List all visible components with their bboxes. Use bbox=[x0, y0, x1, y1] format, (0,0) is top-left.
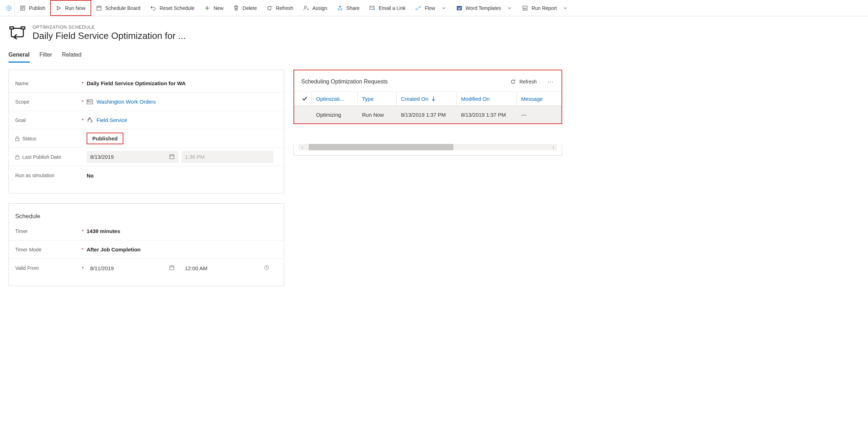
assign-label: Assign bbox=[313, 5, 327, 11]
email-link-button[interactable]: Email a Link bbox=[365, 0, 410, 16]
field-status-label: Status bbox=[15, 136, 79, 141]
field-timer-mode-label: Timer Mode bbox=[15, 247, 79, 252]
col-modified-on[interactable]: Modified On bbox=[457, 92, 517, 105]
required-indicator: * bbox=[79, 99, 87, 105]
schedule-board-label: Schedule Board bbox=[105, 5, 141, 11]
tab-general[interactable]: General bbox=[8, 52, 30, 63]
col-optimization[interactable]: Optimizati... bbox=[312, 92, 358, 105]
field-timer-label: Timer bbox=[15, 228, 79, 234]
subgrid-refresh-button[interactable]: Refresh bbox=[508, 77, 539, 86]
subgrid-more-button[interactable]: ⋯ bbox=[546, 78, 556, 86]
entity-icon bbox=[8, 24, 26, 42]
svg-rect-10 bbox=[11, 28, 23, 37]
field-last-publish-date: Last Publish Date 8/13/2019 1:36 PM bbox=[9, 148, 284, 166]
chevron-right-circle-icon bbox=[6, 5, 12, 11]
scroll-right-arrow[interactable]: › bbox=[550, 144, 557, 150]
publish-label: Publish bbox=[29, 5, 45, 11]
field-timer: Timer * 1439 minutes bbox=[9, 222, 284, 240]
calendar-icon bbox=[169, 265, 175, 271]
last-publish-date-input[interactable]: 8/13/2019 bbox=[87, 151, 179, 163]
required-indicator: * bbox=[79, 265, 87, 271]
expand-commands-button[interactable] bbox=[3, 0, 15, 16]
field-valid-from: Valid From * 8/11/2019 12:00 AM bbox=[9, 259, 284, 277]
select-all-checkbox[interactable] bbox=[298, 92, 312, 105]
publish-icon bbox=[20, 5, 25, 11]
run-report-button[interactable]: Run Report bbox=[517, 0, 573, 16]
subgrid-footer: ‹ › bbox=[293, 144, 562, 156]
flow-button[interactable]: Flow bbox=[410, 0, 452, 16]
col-type[interactable]: Type bbox=[358, 92, 397, 105]
lock-icon bbox=[15, 136, 20, 141]
field-run-sim-value[interactable]: No bbox=[87, 173, 278, 179]
lookup-arrow-icon bbox=[87, 117, 93, 123]
scroll-thumb[interactable] bbox=[309, 144, 453, 150]
schedule-board-button[interactable]: Schedule Board bbox=[91, 0, 146, 16]
record-title: Daily Field Service Optimization for ... bbox=[33, 30, 186, 41]
undo-icon bbox=[150, 5, 156, 11]
scope-link[interactable]: Washington Work Orders bbox=[97, 99, 156, 105]
field-name-label: Name bbox=[15, 81, 79, 86]
word-icon: W bbox=[456, 5, 462, 11]
entity-name: OPTIMIZATION SCHEDULE bbox=[33, 24, 186, 30]
calendar-board-icon bbox=[96, 5, 102, 11]
goal-link[interactable]: Field Service bbox=[97, 117, 127, 123]
scroll-left-arrow[interactable]: ‹ bbox=[299, 144, 306, 150]
field-run-as-simulation: Run as simulation No bbox=[9, 166, 284, 185]
field-last-publish-label: Last Publish Date bbox=[15, 154, 79, 160]
col-created-on[interactable]: Created On bbox=[397, 92, 457, 105]
field-goal-value[interactable]: Field Service bbox=[87, 117, 278, 123]
email-icon bbox=[369, 5, 375, 11]
run-now-button[interactable]: Run Now bbox=[50, 0, 91, 16]
field-valid-from-label: Valid From bbox=[15, 265, 79, 271]
run-now-label: Run Now bbox=[65, 5, 86, 11]
svg-rect-12 bbox=[21, 27, 25, 29]
field-name-value[interactable]: Daily Field Service Optimization for WA bbox=[87, 80, 278, 86]
delete-button[interactable]: Delete bbox=[228, 0, 262, 16]
col-message[interactable]: Message bbox=[517, 92, 549, 105]
svg-rect-2 bbox=[97, 6, 101, 10]
svg-rect-11 bbox=[10, 27, 13, 29]
field-timer-value[interactable]: 1439 minutes bbox=[87, 228, 278, 234]
sort-desc-icon bbox=[431, 96, 436, 101]
word-templates-label: Word Templates bbox=[466, 5, 501, 11]
refresh-button[interactable]: Refresh bbox=[262, 0, 298, 16]
field-scope: Scope * Washington Work Orders bbox=[9, 93, 284, 111]
share-button[interactable]: Share bbox=[332, 0, 365, 16]
last-publish-time-input[interactable]: 1:36 PM bbox=[181, 151, 273, 163]
valid-from-time-input[interactable]: 12:00 AM bbox=[181, 262, 273, 274]
field-timer-mode-value[interactable]: After Job Completion bbox=[87, 246, 278, 252]
chevron-down-icon bbox=[563, 5, 568, 11]
subgrid-table: Optimizati... Type Created On Modified O… bbox=[294, 92, 561, 123]
cell-optimization: Optimizing bbox=[312, 112, 358, 118]
word-templates-button[interactable]: W Word Templates bbox=[452, 0, 518, 16]
calendar-icon bbox=[169, 154, 175, 160]
field-status-value: Published bbox=[87, 133, 278, 144]
run-report-label: Run Report bbox=[531, 5, 557, 11]
field-goal: Goal * Field Service bbox=[9, 111, 284, 129]
tab-filter[interactable]: Filter bbox=[40, 52, 52, 63]
report-icon bbox=[522, 5, 528, 11]
refresh-icon bbox=[267, 5, 272, 11]
subgrid-row[interactable]: Optimizing Run Now 8/13/2019 1:37 PM 8/1… bbox=[294, 106, 561, 123]
delete-label: Delete bbox=[243, 5, 257, 11]
email-link-label: Email a Link bbox=[379, 5, 406, 11]
publish-button[interactable]: Publish bbox=[15, 0, 50, 16]
new-button[interactable]: New bbox=[199, 0, 228, 16]
required-indicator: * bbox=[79, 80, 87, 86]
cell-type: Run Now bbox=[358, 112, 397, 118]
reset-schedule-button[interactable]: Reset Schedule bbox=[145, 0, 199, 16]
plus-icon bbox=[204, 5, 210, 11]
subgrid-title: Scheduling Optimization Requests bbox=[301, 79, 388, 85]
required-indicator: * bbox=[79, 117, 87, 123]
field-scope-value[interactable]: Washington Work Orders bbox=[87, 99, 278, 105]
form-body: Name * Daily Field Service Optimization … bbox=[0, 63, 868, 297]
tab-related[interactable]: Related bbox=[62, 52, 81, 63]
status-value-text: Published bbox=[87, 133, 123, 144]
schedule-section: Schedule Timer * 1439 minutes Timer Mode… bbox=[8, 203, 284, 286]
horizontal-scrollbar[interactable]: ‹ › bbox=[299, 144, 557, 150]
assign-button[interactable]: Assign bbox=[298, 0, 332, 16]
command-bar: Publish Run Now Schedule Board Reset Sch… bbox=[0, 0, 868, 16]
share-label: Share bbox=[346, 5, 360, 11]
valid-from-date-input[interactable]: 8/11/2019 bbox=[87, 262, 179, 274]
flow-label: Flow bbox=[425, 5, 435, 11]
